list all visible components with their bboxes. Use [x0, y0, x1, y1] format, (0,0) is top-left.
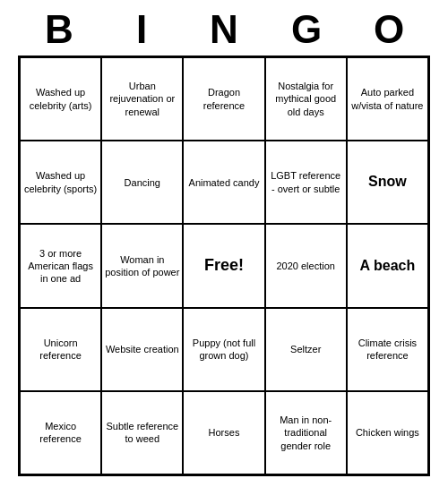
- bingo-header: B I N G O: [18, 7, 430, 52]
- bingo-cell-15[interactable]: Unicorn reference: [20, 308, 101, 391]
- bingo-cell-14[interactable]: A beach: [347, 224, 428, 307]
- bingo-cell-22[interactable]: Horses: [183, 391, 264, 474]
- letter-o: O: [349, 7, 428, 52]
- letter-n: N: [185, 7, 263, 52]
- bingo-cell-7[interactable]: Animated candy: [183, 141, 264, 224]
- bingo-cell-17[interactable]: Puppy (not full grown dog): [183, 308, 264, 391]
- bingo-cell-10[interactable]: 3 or more American flags in one ad: [20, 224, 101, 307]
- bingo-cell-21[interactable]: Subtle reference to weed: [101, 391, 183, 474]
- bingo-cell-19[interactable]: Climate crisis reference: [347, 308, 428, 391]
- bingo-grid: Washed up celebrity (arts)Urban rejuvena…: [18, 56, 430, 476]
- bingo-cell-0[interactable]: Washed up celebrity (arts): [20, 57, 101, 141]
- bingo-cell-6[interactable]: Dancing: [101, 141, 183, 224]
- letter-g: G: [267, 7, 346, 52]
- bingo-cell-8[interactable]: LGBT reference - overt or subtle: [265, 141, 347, 224]
- bingo-cell-20[interactable]: Mexico reference: [20, 391, 101, 474]
- bingo-cell-1[interactable]: Urban rejuvenation or renewal: [101, 57, 183, 141]
- bingo-cell-16[interactable]: Website creation: [101, 308, 183, 391]
- bingo-cell-23[interactable]: Man in non-traditional gender role: [265, 391, 347, 474]
- bingo-cell-2[interactable]: Dragon reference: [183, 57, 264, 141]
- bingo-cell-5[interactable]: Washed up celebrity (sports): [20, 141, 101, 224]
- bingo-cell-24[interactable]: Chicken wings: [347, 391, 428, 474]
- bingo-cell-18[interactable]: Seltzer: [265, 308, 347, 391]
- letter-i: I: [102, 7, 181, 52]
- bingo-cell-4[interactable]: Auto parked w/vista of nature: [347, 57, 428, 141]
- letter-b: B: [20, 7, 99, 52]
- bingo-cell-13[interactable]: 2020 election: [265, 224, 347, 307]
- bingo-cell-12[interactable]: Free!: [183, 224, 264, 307]
- bingo-cell-3[interactable]: Nostalgia for mythical good old days: [265, 57, 347, 141]
- bingo-cell-11[interactable]: Woman in position of power: [101, 224, 183, 307]
- bingo-cell-9[interactable]: Snow: [347, 141, 428, 224]
